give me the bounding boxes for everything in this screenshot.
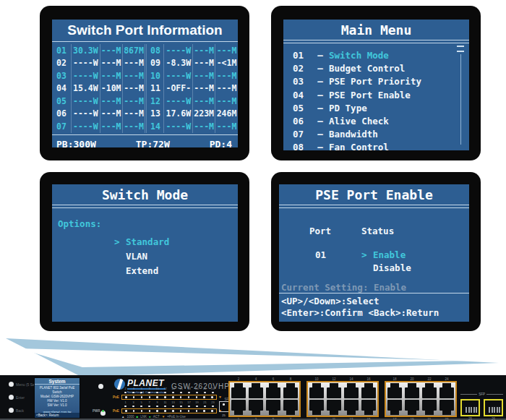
sfp-led-dot bbox=[223, 403, 225, 406]
jack-body bbox=[249, 400, 263, 411]
poe-led-dot bbox=[185, 409, 193, 413]
port-number: 14 bbox=[343, 377, 360, 381]
jack-tab bbox=[269, 410, 278, 415]
panel-button-enter[interactable]: Enter bbox=[9, 395, 25, 400]
device-lcd-title: System bbox=[35, 378, 80, 385]
rj45-jack bbox=[344, 383, 359, 398]
sfp-port-number: 26 bbox=[484, 417, 503, 420]
rj45-jack bbox=[283, 383, 298, 398]
poe-led-dot bbox=[208, 395, 216, 399]
legend-token: 1000 bbox=[126, 415, 134, 419]
led-panel: 24681012141618202224PoE▼1357911131517192… bbox=[121, 387, 217, 420]
poe-led-dot bbox=[145, 395, 153, 399]
rj45-jack bbox=[422, 383, 437, 398]
poe-led-dot bbox=[161, 409, 169, 413]
poe-led-dot bbox=[169, 409, 177, 413]
rj45-port-group: 101214169111315 bbox=[306, 381, 379, 417]
rj45-jack bbox=[266, 400, 280, 415]
jack-row-top bbox=[230, 382, 299, 399]
rj45-jack bbox=[387, 383, 402, 398]
led-dot bbox=[209, 391, 217, 395]
link-act-led-row bbox=[121, 391, 217, 395]
jack-body bbox=[327, 400, 341, 411]
button-circle bbox=[9, 408, 14, 413]
jack-body bbox=[283, 400, 298, 411]
port-numbers-top: 10121416 bbox=[308, 377, 377, 381]
jack-tab bbox=[312, 410, 321, 415]
led-dot bbox=[137, 405, 145, 408]
front-panel-button-upper[interactable] bbox=[98, 384, 103, 389]
sfp-cage bbox=[460, 399, 480, 416]
rj45-jack bbox=[405, 383, 419, 398]
led-stack: 1357911131517192123PoE▼PWR bbox=[121, 401, 217, 413]
rj45-jack bbox=[422, 400, 437, 415]
rj45-jack bbox=[327, 383, 341, 398]
jack-body bbox=[327, 387, 341, 398]
pwr-led-dot bbox=[102, 410, 104, 412]
led-stack: 24681012141618202224PoE▼ bbox=[121, 387, 217, 400]
led-legend: ▲1000■LNK●ACT▼=PoE In-Use bbox=[121, 415, 217, 419]
poe-led-dot bbox=[169, 395, 177, 399]
jack-body bbox=[422, 400, 437, 411]
sfp-cage bbox=[484, 399, 503, 416]
jack-body bbox=[439, 387, 454, 398]
port-number: 20 bbox=[403, 377, 421, 381]
panel-button-menu-sec-[interactable]: Menu (5 Sec) bbox=[9, 382, 38, 387]
jack-tab bbox=[347, 410, 356, 415]
jack-tab bbox=[364, 410, 373, 415]
legend-token: ACT bbox=[153, 415, 160, 419]
legend-token: ■ bbox=[136, 415, 138, 419]
jack-tab bbox=[390, 410, 399, 415]
led-dot bbox=[121, 405, 129, 408]
sfp-fin bbox=[471, 407, 472, 413]
led-dot bbox=[121, 391, 129, 395]
led-dot bbox=[161, 405, 169, 408]
led-dot bbox=[185, 391, 193, 395]
led-dot bbox=[193, 391, 201, 395]
led-dot bbox=[153, 391, 161, 395]
poe-led-dot bbox=[145, 409, 153, 413]
led-dot bbox=[145, 405, 153, 408]
led-dot bbox=[201, 391, 209, 395]
jack-body bbox=[361, 387, 376, 398]
panel-button-back[interactable]: Back bbox=[9, 408, 24, 413]
sfp-ports-label-text: SFP bbox=[479, 393, 485, 396]
jack-tab bbox=[234, 410, 243, 415]
sfp-led-column: 25 bbox=[220, 402, 228, 411]
pwr-label: PWR bbox=[93, 409, 100, 413]
poe-led-dot bbox=[130, 409, 138, 413]
jack-body bbox=[387, 400, 402, 411]
led-dot bbox=[169, 405, 177, 408]
rj45-jack bbox=[309, 383, 324, 398]
sfp-ports-label: SFP bbox=[460, 393, 503, 396]
jack-tab bbox=[442, 410, 451, 415]
link-act-led-row bbox=[121, 405, 217, 408]
lcd-footer-bar: <Back>: Return bbox=[35, 413, 80, 418]
rj45-jack bbox=[439, 383, 454, 398]
sfp-fin bbox=[468, 407, 470, 413]
device-lcd-body: PLANET 802.3at/af PoE Switch Model: GSW-… bbox=[35, 385, 80, 414]
rj45-jack bbox=[231, 400, 246, 415]
jack-tab bbox=[408, 410, 416, 415]
legend-token: ▼ bbox=[162, 415, 165, 419]
sfp-fin bbox=[497, 407, 498, 413]
port-number: 22 bbox=[421, 377, 438, 381]
legend-token: ▲ bbox=[121, 415, 124, 419]
port-number: 24 bbox=[438, 377, 455, 381]
port-number: 12 bbox=[325, 377, 343, 381]
poe-led-dot bbox=[153, 395, 161, 399]
rj45-port-group: 1820222417192123 bbox=[385, 381, 457, 417]
poe-led-dot bbox=[185, 395, 193, 399]
rj45-jack bbox=[439, 400, 454, 415]
led-dot bbox=[193, 405, 201, 408]
rj45-jack bbox=[249, 400, 263, 415]
led-dot bbox=[177, 391, 185, 395]
sfp-port-number: 25 bbox=[460, 417, 480, 420]
poe-label: PoE bbox=[113, 409, 119, 413]
jack-row-top bbox=[308, 382, 377, 399]
figure-canvas: Switch Port Information 0130.3W---M867M0… bbox=[0, 0, 506, 420]
poe-led-row: PoE▼ bbox=[121, 395, 217, 400]
rj45-jack bbox=[283, 400, 298, 415]
port-numbers-top: 2468 bbox=[230, 377, 299, 381]
sfp-fin bbox=[489, 407, 490, 413]
